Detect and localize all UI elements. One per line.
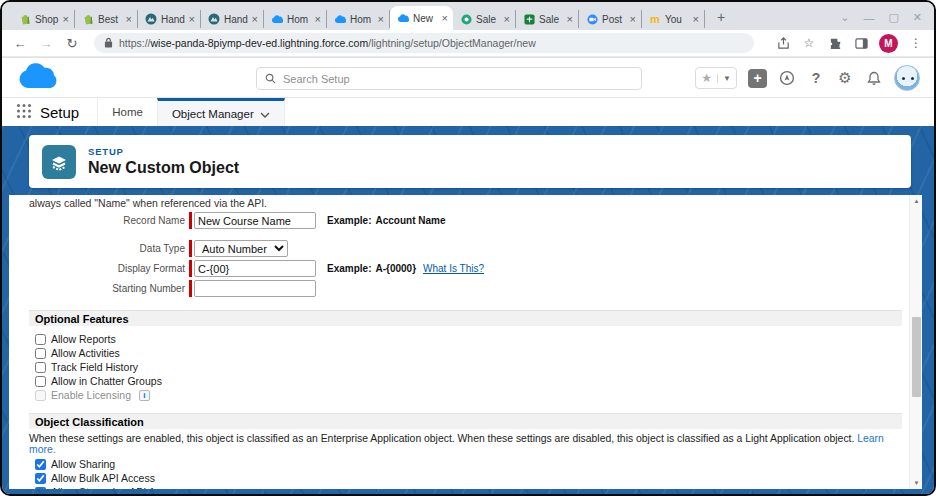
- setup-search-box[interactable]: Search Setup: [256, 67, 642, 90]
- display-format-input[interactable]: [194, 260, 316, 277]
- browser-tab[interactable]: Best ×: [75, 10, 138, 28]
- notifications-bell-icon[interactable]: [865, 69, 883, 87]
- browser-tab[interactable]: Sale ×: [516, 10, 579, 28]
- allow-activities-checkbox[interactable]: [35, 348, 46, 359]
- tab-label: Hom: [287, 14, 311, 25]
- starting-number-label: Starting Number: [29, 283, 185, 294]
- what-is-this-link[interactable]: What Is This?: [423, 263, 484, 274]
- checkbox-label: Allow Bulk API Access: [51, 472, 155, 484]
- required-indicator: [189, 280, 192, 297]
- user-avatar[interactable]: [894, 65, 920, 91]
- checkbox-label: Allow Reports: [51, 333, 116, 345]
- forward-button[interactable]: →: [36, 33, 56, 53]
- browser-menu-icon[interactable]: ⋮: [908, 35, 924, 51]
- checkbox-label: Allow in Chatter Groups: [51, 375, 162, 387]
- tab-close-icon[interactable]: ×: [504, 14, 510, 25]
- tab-close-icon[interactable]: ×: [442, 13, 448, 24]
- tab-label: Hand: [224, 14, 248, 25]
- minimize-button[interactable]: —: [863, 12, 874, 24]
- search-placeholder: Search Setup: [283, 73, 350, 85]
- tab-close-icon[interactable]: ×: [378, 14, 384, 25]
- browser-tab[interactable]: Post ×: [579, 10, 642, 28]
- tab-close-icon[interactable]: ×: [567, 14, 573, 25]
- setup-app-title: Setup: [40, 104, 79, 121]
- close-button[interactable]: ✕: [913, 11, 922, 24]
- address-bar[interactable]: https://wise-panda-8piymp-dev-ed.lightni…: [94, 33, 754, 53]
- tab-close-icon[interactable]: ×: [315, 14, 321, 25]
- salesforce-cloud-icon: [271, 13, 283, 25]
- guidance-center-icon[interactable]: [778, 69, 796, 87]
- allow-streaming-api-access-checkbox[interactable]: [35, 487, 46, 490]
- tab-close-icon[interactable]: ×: [63, 14, 69, 25]
- info-icon[interactable]: i: [139, 390, 150, 401]
- browser-tab-active[interactable]: New ×: [390, 6, 453, 30]
- allow-in-chatter-groups-row: Allow in Chatter Groups: [29, 374, 902, 388]
- tab-close-icon[interactable]: ×: [693, 14, 699, 25]
- vertical-scrollbar[interactable]: ▲ ▼: [909, 195, 922, 489]
- track-field-history-checkbox[interactable]: [35, 362, 46, 373]
- tab-home[interactable]: Home: [97, 98, 157, 126]
- browser-tab[interactable]: Shop ×: [12, 10, 75, 28]
- favorite-star-icon[interactable]: ★: [696, 71, 717, 85]
- profile-avatar[interactable]: M: [879, 34, 898, 53]
- browser-tab[interactable]: Hom ×: [264, 10, 327, 28]
- maximize-button[interactable]: ▢: [888, 11, 898, 24]
- bookmark-star-icon[interactable]: ☆: [801, 35, 817, 51]
- app-launcher-icon[interactable]: [16, 103, 32, 126]
- allow-bulk-api-access-checkbox[interactable]: [35, 473, 46, 484]
- share-icon[interactable]: [775, 35, 791, 51]
- browser-tab[interactable]: m You ×: [642, 10, 705, 28]
- scroll-down-arrow[interactable]: ▼: [910, 477, 922, 489]
- form-content-panel: always called "Name" when referenced via…: [9, 195, 922, 489]
- browser-tab[interactable]: Sale ×: [453, 10, 516, 28]
- scroll-up-arrow[interactable]: ▲: [910, 195, 922, 207]
- favorites-control[interactable]: ★ ▼: [695, 67, 737, 89]
- tab-close-icon[interactable]: ×: [252, 14, 258, 25]
- page-header-text: SETUP New Custom Object: [88, 146, 239, 177]
- new-tab-button[interactable]: +: [711, 7, 731, 27]
- starting-number-input[interactable]: [194, 280, 316, 297]
- checkbox-label: Allow Sharing: [51, 458, 115, 470]
- favorites-dropdown-icon[interactable]: ▼: [717, 74, 736, 83]
- header-utilities: ★ ▼ + ? ⚙: [695, 65, 920, 91]
- extensions-icon[interactable]: [827, 35, 843, 51]
- mountain-badge-icon: [145, 13, 157, 25]
- tab-label: Hand: [161, 14, 185, 25]
- reload-button[interactable]: ↻: [62, 33, 82, 53]
- allow-in-chatter-groups-checkbox[interactable]: [35, 376, 46, 387]
- m-arches-icon: m: [649, 13, 661, 25]
- tab-close-icon[interactable]: ×: [126, 14, 132, 25]
- green-circle-icon: [460, 13, 472, 25]
- tab-object-manager-label: Object Manager: [172, 108, 254, 120]
- checkbox-label: Track Field History: [51, 361, 138, 373]
- object-classification-list: Allow Sharing Allow Bulk API Access Allo…: [29, 457, 902, 489]
- allow-reports-checkbox[interactable]: [35, 334, 46, 345]
- tab-label: Post: [602, 14, 626, 25]
- browser-tab[interactable]: Hand ×: [201, 10, 264, 28]
- setup-page-background: SETUP New Custom Object always called "N…: [2, 126, 934, 494]
- page-title: New Custom Object: [88, 159, 239, 177]
- allow-sharing-checkbox[interactable]: [35, 459, 46, 470]
- tab-label: Sale: [476, 14, 500, 25]
- data-type-select[interactable]: Auto Number: [194, 240, 288, 257]
- browser-tab[interactable]: Hom ×: [327, 10, 390, 28]
- chevron-down-icon: [260, 108, 270, 120]
- tab-label: You: [665, 14, 689, 25]
- tab-label: Shop: [35, 14, 59, 25]
- help-icon[interactable]: ?: [807, 69, 825, 87]
- tab-object-manager[interactable]: Object Manager: [157, 98, 285, 126]
- setup-gear-icon[interactable]: ⚙: [836, 69, 854, 87]
- side-panel-icon[interactable]: [853, 35, 869, 51]
- scrollbar-thumb[interactable]: [912, 317, 921, 397]
- optional-features-header: Optional Features: [29, 310, 902, 326]
- back-button[interactable]: ←: [10, 33, 30, 53]
- tab-close-icon[interactable]: ×: [189, 14, 195, 25]
- browser-tab[interactable]: Hand ×: [138, 10, 201, 28]
- tab-close-icon[interactable]: ×: [630, 14, 636, 25]
- allow-activities-row: Allow Activities: [29, 346, 902, 360]
- global-actions-icon[interactable]: +: [748, 69, 767, 88]
- display-format-label: Display Format: [29, 263, 185, 274]
- record-name-input[interactable]: [194, 212, 316, 229]
- tab-search-icon[interactable]: ⌄: [840, 11, 849, 24]
- browser-tab-strip: Shop × Best × Hand × Hand × Hom × Hom ×: [2, 2, 934, 30]
